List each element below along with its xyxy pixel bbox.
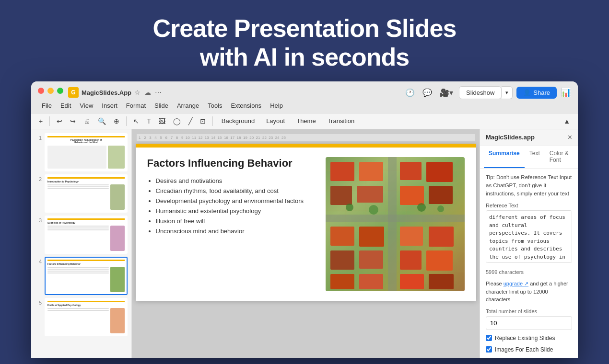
camera-button[interactable]: 🎥▾ — [438, 86, 455, 99]
share-icon: 👤 — [523, 89, 531, 96]
hero-title: Create Presentation Slides with AI in se… — [10, 14, 599, 72]
app-icon: G — [68, 87, 79, 98]
images-label: Images For Each Slide — [495, 346, 553, 353]
ref-label: Referece Text — [486, 203, 572, 208]
history-button[interactable]: 🕐 — [403, 86, 417, 99]
ref-section: Referece Text different areas of focus a… — [486, 203, 572, 264]
toolbar-image[interactable]: 🖼 — [156, 115, 168, 127]
toolbar-undo[interactable]: ↩ — [54, 115, 65, 127]
slide-body: Factors Influencing Behavior Desires and… — [136, 148, 476, 301]
svg-rect-14 — [429, 227, 454, 247]
toolbar-zoom-out[interactable]: 🔍 — [95, 115, 109, 127]
minimize-button[interactable] — [47, 88, 54, 94]
svg-rect-6 — [357, 186, 383, 203]
replace-slides-checkbox[interactable] — [486, 335, 492, 341]
toolbar-text[interactable]: T — [144, 115, 154, 127]
toolbar-transition[interactable]: Transition — [323, 115, 360, 126]
svg-point-25 — [417, 203, 426, 212]
svg-point-23 — [346, 204, 353, 211]
checkbox-images: Images For Each Slide — [486, 346, 572, 353]
side-tabs: Summarise Text Color & Font — [480, 146, 578, 169]
toolbar-collapse[interactable]: ▲ — [561, 115, 573, 127]
slide-text-area: Factors Influencing Behavior Desires and… — [147, 157, 316, 235]
toolbar-lines[interactable]: ╱ — [186, 115, 195, 127]
toolbar-background[interactable]: Background — [217, 115, 259, 126]
slide-thumb-2[interactable]: 2 Introduction to Psychology — [35, 174, 128, 213]
svg-rect-16 — [359, 250, 383, 269]
svg-rect-12 — [359, 227, 384, 247]
upgrade-link[interactable]: upgrade ↗ — [504, 281, 528, 286]
slide-thumb-3[interactable]: 3 Subfields of Psychology — [35, 216, 128, 254]
slide-thumb-4[interactable]: 4 Factors Influencing Behavior — [35, 257, 128, 295]
toolbar-more[interactable]: ⊡ — [197, 115, 209, 127]
comments-button[interactable]: 💬 — [421, 86, 434, 99]
menu-extensions[interactable]: Extensions — [227, 101, 266, 110]
svg-rect-7 — [400, 162, 422, 180]
side-panel-title: MagicSlides.app — [486, 134, 535, 141]
bullet-4: Humanistic and existential psychology — [156, 207, 316, 215]
bullet-1: Desires and motivations — [156, 177, 316, 184]
images-checkbox[interactable] — [486, 346, 492, 353]
title-bar: G MagicSlides.App ☆ ☁ ⋯ 🕐 💬 🎥▾ Slideshow… — [31, 81, 578, 99]
share-button[interactable]: 👤 Share — [516, 87, 557, 99]
slideshow-button[interactable]: Slideshow — [459, 86, 502, 99]
svg-rect-13 — [400, 227, 423, 246]
main-content: 1 Psychology: An Exploration ofBehavior … — [31, 129, 578, 358]
svg-rect-17 — [400, 250, 422, 270]
slide-thumb-1[interactable]: 1 Psychology: An Exploration ofBehavior … — [35, 133, 128, 171]
tab-text[interactable]: Text — [525, 146, 545, 168]
toolbar: + ↩ ↪ 🖨 🔍 ⊕ ↖ T 🖼 ◯ ╱ ⊡ Background Layou… — [31, 113, 578, 129]
menu-bar: File Edit View Insert Format Slide Arran… — [31, 99, 578, 113]
more-icon: ⋯ — [155, 89, 162, 96]
toolbar-cursor[interactable]: ↖ — [130, 115, 142, 127]
toolbar-layout[interactable]: Layout — [261, 115, 290, 126]
chart-icon-button[interactable]: 📊 — [561, 87, 571, 98]
menu-edit[interactable]: Edit — [57, 101, 75, 110]
maximize-button[interactable] — [57, 88, 63, 94]
menu-insert[interactable]: Insert — [98, 101, 121, 110]
toolbar-zoom-in[interactable]: ⊕ — [111, 115, 122, 127]
slide-top-bar — [136, 144, 476, 148]
tab-color-font[interactable]: Color & Font — [545, 146, 574, 168]
toolbar-print[interactable]: 🖨 — [81, 115, 93, 127]
menu-arrange[interactable]: Arrange — [173, 101, 203, 110]
slide-panel: 1 Psychology: An Exploration ofBehavior … — [31, 129, 132, 358]
app-info: G MagicSlides.App ☆ ☁ ⋯ — [68, 87, 162, 98]
menu-slide[interactable]: Slide — [151, 101, 172, 110]
toolbar-redo[interactable]: ↪ — [67, 115, 79, 127]
cloud-icon: ☁ — [144, 89, 151, 96]
checkbox-replace: Replace Existing Slides — [486, 335, 572, 341]
ref-textarea[interactable]: different areas of focus and cultural pe… — [486, 210, 572, 263]
side-panel: MagicSlides.app × Summarise Text Color &… — [480, 129, 578, 358]
menu-format[interactable]: Format — [122, 101, 150, 110]
bullet-2: Circadian rhythms, food availability, an… — [156, 187, 316, 194]
toolbar-theme[interactable]: Theme — [292, 115, 320, 126]
slideshow-dropdown-button[interactable]: ▾ — [502, 86, 513, 99]
svg-rect-18 — [426, 250, 453, 271]
svg-rect-9 — [400, 186, 424, 205]
toolbar-shapes[interactable]: ◯ — [170, 115, 184, 127]
ruler-horizontal: 1 2 3 4 5 6 7 8 9 10 11 12 13 14 15 16 1… — [137, 134, 475, 142]
slide-num-2: 2 — [35, 176, 42, 182]
slide-bullets: Desires and motivations Circadian rhythm… — [147, 177, 316, 235]
toolbar-sep-1 — [49, 116, 50, 126]
close-button[interactable] — [38, 88, 44, 94]
menu-help[interactable]: Help — [266, 101, 287, 110]
upgrade-text: Please upgrade ↗ and get a higher charac… — [486, 280, 572, 304]
menu-file[interactable]: File — [38, 101, 56, 110]
char-count: 5999 characters — [486, 269, 572, 275]
side-panel-close[interactable]: × — [568, 133, 572, 142]
slide-thumb-5[interactable]: 5 Fields of Applied Psychology — [35, 298, 128, 336]
menu-view[interactable]: View — [76, 101, 97, 110]
window-controls — [38, 88, 63, 94]
toolbar-add[interactable]: + — [36, 115, 46, 127]
tip-box: Tip: Don't use Reference Text Input as C… — [486, 173, 572, 198]
svg-rect-5 — [330, 186, 352, 205]
tab-summarise[interactable]: Summarise — [484, 146, 525, 168]
slide-img-3: Subfields of Psychology — [45, 216, 128, 254]
svg-rect-22 — [429, 274, 454, 289]
menu-tools[interactable]: Tools — [204, 101, 226, 110]
slides-input[interactable] — [486, 316, 572, 330]
app-window: G MagicSlides.App ☆ ☁ ⋯ 🕐 💬 🎥▾ Slideshow… — [31, 81, 578, 358]
svg-rect-4 — [359, 162, 383, 181]
